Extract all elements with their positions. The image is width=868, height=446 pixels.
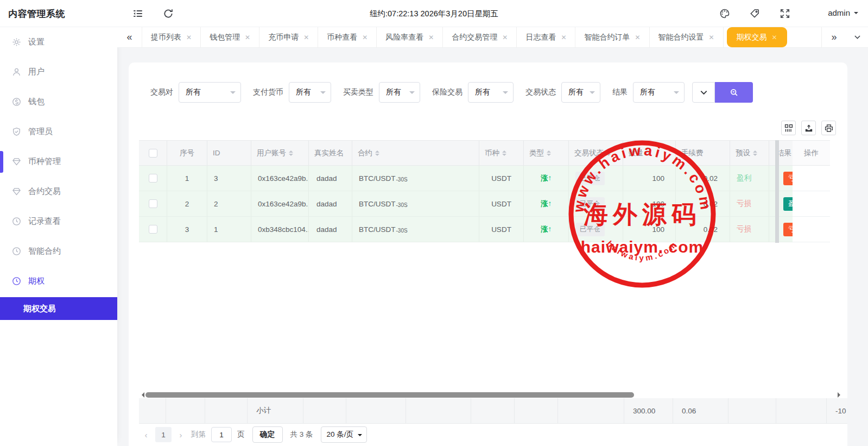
page-size-select[interactable]: 20 条/页 <box>321 426 368 443</box>
sidebar-item-contract-trade[interactable]: 合约交易 <box>0 177 117 206</box>
sidebar-item-options[interactable]: 期权 <box>0 266 117 296</box>
tab-risk-rate-view[interactable]: 风险率查看 <box>377 27 443 47</box>
tab-close-icon[interactable] <box>772 34 777 41</box>
tab-close-icon[interactable] <box>428 34 434 41</box>
column-settings-button[interactable] <box>781 121 796 135</box>
sort-icon[interactable] <box>606 150 611 156</box>
tabs-spacer <box>790 27 821 47</box>
col-header-status[interactable]: 交易状态 <box>569 141 623 165</box>
select-all-checkbox[interactable] <box>149 149 157 158</box>
table-toolbar <box>781 121 836 135</box>
tab-close-icon[interactable] <box>362 34 368 41</box>
page-number-button[interactable]: 1 <box>155 427 172 442</box>
summary-fee: 0.06 <box>673 398 728 423</box>
caret-down-icon <box>320 91 326 97</box>
col-header-account[interactable]: 用户账号 <box>251 141 309 165</box>
trade-status-select[interactable]: 所有 <box>561 82 600 103</box>
printer-icon <box>825 124 833 133</box>
clock-icon <box>12 277 21 286</box>
horizontal-scrollbar[interactable] <box>139 391 843 399</box>
sidebar-item-coin-management[interactable]: 币种管理 <box>0 147 117 177</box>
print-button[interactable] <box>821 121 836 135</box>
sidebar-item-settings[interactable]: 设置 <box>0 27 117 57</box>
sidebar-fold-icon[interactable] <box>132 8 143 19</box>
insurance-trade-select[interactable]: 所有 <box>468 82 514 103</box>
sort-icon[interactable] <box>289 150 293 156</box>
tab-options-trade-active[interactable]: 期权交易 <box>727 27 787 47</box>
tabs-dropdown-button[interactable] <box>846 27 868 47</box>
export-icon <box>804 124 813 133</box>
tab-deposit-request[interactable]: 充币申请 <box>259 27 318 47</box>
caret-down-icon <box>358 434 362 438</box>
sort-icon[interactable] <box>547 150 551 156</box>
content-card: 交易对 所有 支付货币 所有 买卖类型 所有 保险交易 所有 交易状态 所有 结… <box>129 62 847 446</box>
theme-palette-icon[interactable] <box>719 8 730 19</box>
row-checkbox[interactable] <box>149 174 157 183</box>
sidebar-item-admins[interactable]: 管理员 <box>0 117 117 147</box>
tab-close-icon[interactable] <box>303 34 309 41</box>
sidebar-active-indicator <box>0 151 3 173</box>
sort-icon[interactable] <box>753 150 757 156</box>
cell-seq: 1 <box>167 166 207 191</box>
cell-preset: 亏损 <box>730 217 769 242</box>
gem-icon <box>12 157 21 166</box>
next-page-button[interactable] <box>174 430 188 439</box>
cell-real-name: dadad <box>309 166 352 191</box>
gem-icon <box>12 187 21 196</box>
tab-wallet-management[interactable]: 钱包管理 <box>201 27 259 47</box>
tab-smart-contract-settings[interactable]: 智能合约设置 <box>650 27 724 47</box>
refresh-icon[interactable] <box>163 8 174 19</box>
sort-icon[interactable] <box>502 150 506 156</box>
col-header-type[interactable]: 类型 <box>524 141 569 165</box>
cell-account: 0x163ce42a9b... <box>251 166 309 191</box>
cell-fee: 0.02 <box>676 217 730 242</box>
tab-smart-contract-orders[interactable]: 智能合约订单 <box>575 27 649 47</box>
trading-pair-select[interactable]: 所有 <box>179 82 241 103</box>
scrollbar-thumb[interactable] <box>145 392 634 398</box>
sidebar-subitem-options-trade-active[interactable]: 期权交易 <box>0 297 117 320</box>
col-header-amount[interactable]: 数量 <box>623 141 676 165</box>
tab-close-icon[interactable] <box>502 34 508 41</box>
tag-icon[interactable] <box>749 8 760 19</box>
cell-type: 涨↑ <box>524 166 569 191</box>
prev-page-button[interactable] <box>139 430 153 439</box>
scroll-right-arrow-icon[interactable] <box>838 392 843 398</box>
tab-contract-trade-management[interactable]: 合约交易管理 <box>443 27 517 47</box>
sort-icon[interactable] <box>375 150 379 156</box>
confirm-button[interactable]: 确定 <box>252 426 283 443</box>
result-select[interactable]: 所有 <box>633 82 685 103</box>
user-menu[interactable]: admin <box>828 8 858 17</box>
tab-coin-view[interactable]: 币种查看 <box>318 27 377 47</box>
pay-currency-select[interactable]: 所有 <box>289 82 331 103</box>
table-row: 3 1 0xb348cbc104... dadad BTC/USDT-30S U… <box>139 217 830 242</box>
sidebar-item-smart-contract[interactable]: 智能合约 <box>0 236 117 266</box>
tab-withdraw-list[interactable]: 提币列表 <box>142 27 201 47</box>
buy-sell-type-select[interactable]: 所有 <box>379 82 420 103</box>
row-checkbox[interactable] <box>149 225 157 234</box>
scroll-left-arrow-icon[interactable] <box>139 392 144 398</box>
tab-close-icon[interactable] <box>709 34 714 41</box>
tabs-scroll-right-button[interactable] <box>821 27 846 47</box>
search-button[interactable] <box>715 82 753 103</box>
tab-close-icon[interactable] <box>635 34 640 41</box>
goto-page-input[interactable] <box>211 427 232 442</box>
app-title: 内容管理系统 <box>8 8 65 20</box>
tabs-scroll-left-button[interactable] <box>117 27 142 47</box>
col-header-preset[interactable]: 预设 <box>730 141 769 165</box>
sort-icon[interactable] <box>646 150 650 156</box>
export-button[interactable] <box>801 121 816 135</box>
sidebar-item-users[interactable]: 用户 <box>0 57 117 87</box>
tab-log-view[interactable]: 日志查看 <box>517 27 575 47</box>
tab-close-icon[interactable] <box>186 34 192 41</box>
row-checkbox[interactable] <box>149 199 157 208</box>
sidebar: 设置 用户 钱包 管理员 币种管理 合约交易 <box>0 27 117 446</box>
table-vertical-scrollbar[interactable] <box>775 140 779 243</box>
tab-close-icon[interactable] <box>245 34 250 41</box>
sidebar-item-records[interactable]: 记录查看 <box>0 206 117 236</box>
more-filters-button[interactable] <box>692 82 715 103</box>
col-header-contract[interactable]: 合约 <box>352 141 479 165</box>
fullscreen-icon[interactable] <box>780 8 790 19</box>
sidebar-item-wallet[interactable]: 钱包 <box>0 87 117 117</box>
tab-close-icon[interactable] <box>561 34 566 41</box>
col-header-coin[interactable]: 币种 <box>479 141 524 165</box>
